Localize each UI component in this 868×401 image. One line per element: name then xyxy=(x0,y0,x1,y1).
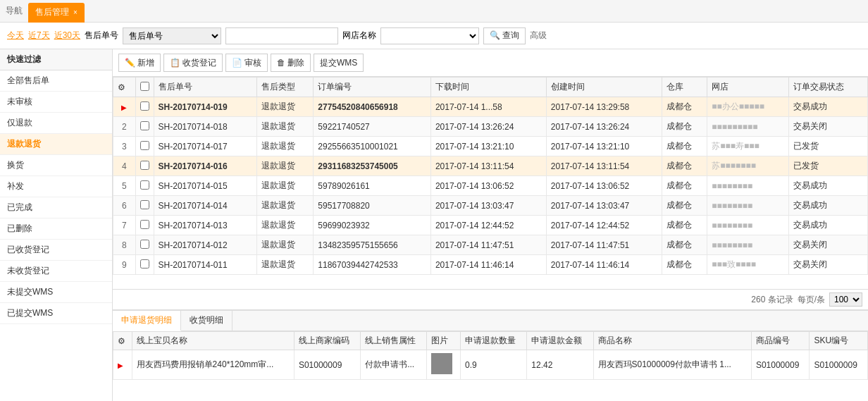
sidebar-item-all[interactable]: 全部售后单 xyxy=(0,70,112,92)
trade-status: 交易成功 xyxy=(788,97,867,117)
row-checkbox[interactable] xyxy=(140,200,149,209)
audit-button[interactable]: 📄 审核 xyxy=(225,54,268,72)
order-id: 27754520840656918 xyxy=(314,97,431,117)
trade-status: 交易成功 xyxy=(788,196,867,216)
row-number: 2 xyxy=(113,117,136,137)
row-checkbox[interactable] xyxy=(140,161,149,170)
bottom-pcode: S01000009 xyxy=(751,350,809,380)
table-row[interactable]: 7SH-20170714-013退款退货596990239322017-07-1… xyxy=(113,216,868,235)
aftersale-id: SH-20170714-018 xyxy=(154,117,256,137)
shop: ■■■■■■■■ xyxy=(707,176,789,196)
content-area: ✏️ 新增 📋 收货登记 📄 审核 🗑 删除 提交WMS xyxy=(113,49,868,401)
bottom-col-name: 线上宝贝名称 xyxy=(132,332,294,350)
download-time: 2017-07-14 12:44:52 xyxy=(430,216,546,235)
row-checkbox-cell xyxy=(135,216,154,235)
sidebar-item-not-received[interactable]: 未收货登记 xyxy=(0,261,112,282)
row-checkbox-cell xyxy=(135,117,154,137)
warehouse: 成都仓 xyxy=(662,97,707,117)
sidebar-item-deleted[interactable]: 已删除 xyxy=(0,218,112,240)
sidebar-item-refund-only[interactable]: 仅退款 xyxy=(0,113,112,134)
download-time: 2017-07-14 13:06:52 xyxy=(430,176,546,196)
per-page-select[interactable]: 100 50 200 xyxy=(829,292,862,307)
bottom-gear-icon: ⚙ xyxy=(118,336,125,346)
sidebar-item-received[interactable]: 已收货登记 xyxy=(0,240,112,261)
bottom-col-qty: 申请退款数量 xyxy=(461,332,527,350)
table-row[interactable]: 6SH-20170714-014退款退货595177088202017-07-1… xyxy=(113,196,868,216)
shop: 苏■■■■■■■ xyxy=(707,156,789,176)
order-id: 29311683253745005 xyxy=(314,156,431,176)
col-gear[interactable]: ⚙ xyxy=(113,78,136,97)
download-time: 2017-07-14 11:47:51 xyxy=(430,235,546,255)
sidebar-item-wms-submitted[interactable]: 已提交WMS xyxy=(0,303,112,324)
filter-text-input[interactable] xyxy=(225,27,338,44)
bottom-table-row[interactable]: ▶用友西玛费用报销单240*120mm审...S01000009付款申请书...… xyxy=(113,350,868,380)
trade-status: 交易关闭 xyxy=(788,235,867,255)
create-time: 2017-07-14 11:47:51 xyxy=(546,235,662,255)
filter-last30[interactable]: 近30天 xyxy=(54,30,80,42)
advanced-button[interactable]: 高级 xyxy=(530,30,547,42)
toolbar: ✏️ 新增 📋 收货登记 📄 审核 🗑 删除 提交WMS xyxy=(113,49,868,77)
wms-button[interactable]: 提交WMS xyxy=(314,54,364,72)
shop: ■■办公■■■■■ xyxy=(707,97,789,117)
row-number: 5 xyxy=(113,176,136,196)
order-id: 59517708820 xyxy=(314,196,431,216)
table-row[interactable]: 9SH-20170714-011退款退货11867039442742533201… xyxy=(113,255,868,275)
row-checkbox-cell xyxy=(135,137,154,156)
bottom-sku: S01000009 xyxy=(810,350,868,380)
order-id: 13482359575155656 xyxy=(314,235,431,255)
filter-field-select[interactable]: 售后单号 xyxy=(123,27,221,44)
table-row[interactable]: 3SH-20170714-017退款退货29255663510001021201… xyxy=(113,137,868,156)
query-button[interactable]: 🔍 查询 xyxy=(483,27,526,44)
row-number: 6 xyxy=(113,196,136,216)
select-all-checkbox[interactable] xyxy=(140,82,149,91)
nav-tab-label: 售后管理 xyxy=(35,6,69,18)
delete-button[interactable]: 🗑 删除 xyxy=(271,54,311,72)
row-checkbox-cell xyxy=(135,235,154,255)
row-checkbox[interactable] xyxy=(140,220,149,229)
add-button[interactable]: ✏️ 新增 xyxy=(118,54,161,72)
tab-refund-detail[interactable]: 申请退货明细 xyxy=(113,311,181,331)
aftersale-type: 退款退货 xyxy=(256,137,313,156)
sidebar-item-not-wms[interactable]: 未提交WMS xyxy=(0,282,112,303)
nav-tab-aftersale[interactable]: 售后管理 × xyxy=(28,3,85,23)
table-row[interactable]: 5SH-20170714-015退款退货597890261612017-07-1… xyxy=(113,176,868,196)
aftersale-id: SH-20170714-016 xyxy=(154,156,256,176)
warehouse: 成都仓 xyxy=(662,216,707,235)
row-checkbox[interactable] xyxy=(140,180,149,190)
close-icon[interactable]: × xyxy=(73,8,78,16)
row-checkbox-cell xyxy=(135,176,154,196)
table-row[interactable]: 8SH-20170714-012退款退货13482359575155656201… xyxy=(113,235,868,255)
filter-shop-select[interactable] xyxy=(380,27,479,44)
tab-receive-detail[interactable]: 收货明细 xyxy=(181,311,232,331)
row-checkbox[interactable] xyxy=(140,121,149,130)
table-row[interactable]: 4SH-20170714-016退款退货29311683253745005201… xyxy=(113,156,868,176)
aftersale-id: SH-20170714-012 xyxy=(154,235,256,255)
shop: ■■■■■■■■■ xyxy=(707,117,789,137)
row-checkbox[interactable] xyxy=(140,259,149,269)
sidebar-item-exchange[interactable]: 换货 xyxy=(0,155,112,176)
audit-icon: 📄 xyxy=(232,58,242,68)
bottom-col-gear[interactable]: ⚙ xyxy=(113,332,132,350)
aftersale-type: 退款退货 xyxy=(256,196,313,216)
receive-button[interactable]: 📋 收货登记 xyxy=(163,54,223,72)
table-row[interactable]: 2SH-20170714-018退款退货592217405272017-07-1… xyxy=(113,117,868,137)
row-checkbox[interactable] xyxy=(140,240,149,249)
aftersale-type: 退款退货 xyxy=(256,117,313,137)
sidebar-item-resend[interactable]: 补发 xyxy=(0,176,112,197)
sidebar-item-completed[interactable]: 已完成 xyxy=(0,197,112,218)
download-time: 2017-07-14 13:21:10 xyxy=(430,137,546,156)
filter-today[interactable]: 今天 xyxy=(7,30,24,42)
create-time: 2017-07-14 11:46:14 xyxy=(546,255,662,275)
warehouse: 成都仓 xyxy=(662,156,707,176)
sidebar-item-refund-return[interactable]: 退款退货 xyxy=(0,134,112,155)
bottom-col-amount: 申请退款金额 xyxy=(527,332,593,350)
sidebar-item-unaudited[interactable]: 未审核 xyxy=(0,92,112,113)
col-checkbox[interactable] xyxy=(135,78,154,97)
table-row[interactable]: ▶SH-20170714-019退款退货27754520840656918201… xyxy=(113,97,868,117)
row-checkbox[interactable] xyxy=(140,101,149,111)
row-checkbox[interactable] xyxy=(140,141,149,150)
shop: ■■■■■■■■ xyxy=(707,216,789,235)
filter-last7[interactable]: 近7天 xyxy=(28,30,50,42)
create-time: 2017-07-14 13:29:58 xyxy=(546,97,662,117)
create-time: 2017-07-14 13:21:10 xyxy=(546,137,662,156)
